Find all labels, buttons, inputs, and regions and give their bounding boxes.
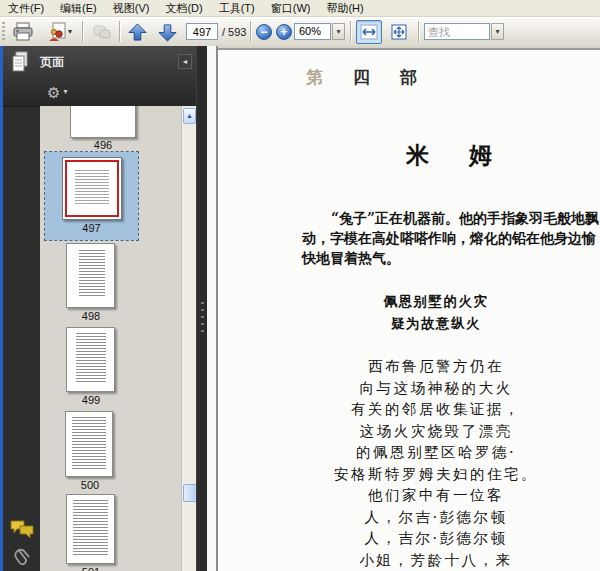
- thumbnail-text-lines: [76, 333, 106, 384]
- collaborate-document-icon: [48, 22, 66, 42]
- disabled-share-icon: [92, 23, 112, 41]
- send-collaborate-button[interactable]: ▾: [42, 20, 78, 44]
- news-line: 这场火灾烧毁了漂亮: [330, 421, 542, 443]
- zoom-dropdown-button[interactable]: ▾: [332, 23, 345, 40]
- thumbnail-page-label: 500: [57, 479, 123, 491]
- chapter-title-char: 米: [406, 140, 429, 171]
- thumbnail-page-501[interactable]: 501: [66, 494, 132, 571]
- chapter-title: 米 姆: [406, 140, 492, 171]
- thumbnails-scrollbar[interactable]: ▲: [181, 106, 197, 571]
- toolbar-separator: [82, 21, 83, 42]
- menu-view[interactable]: 视图(V): [105, 0, 158, 16]
- news-line: 安格斯特罗姆夫妇的住宅。: [330, 464, 542, 486]
- page-top-edge: [218, 48, 600, 50]
- menu-window[interactable]: 窗口(W): [263, 0, 319, 16]
- newspaper-column: 佩恩别墅的火灾 疑为故意纵火 西布鲁厄警方仍在 向与这场神秘的大火 有关的邻居收…: [330, 290, 542, 571]
- zoom-in-button[interactable]: +: [276, 24, 292, 40]
- thumbnail-page-497-selected[interactable]: 497: [45, 152, 138, 240]
- thumbnail-text-lines: [79, 250, 105, 297]
- thumbnail-page-label: 498: [58, 310, 124, 322]
- next-page-button[interactable]: [154, 20, 181, 44]
- part-title: 第 四 部: [306, 66, 417, 89]
- pages-panel-title: 页面: [40, 54, 64, 71]
- zoom-out-button[interactable]: −: [256, 24, 272, 40]
- news-line: 的佩恩别墅区哈罗德·: [330, 442, 542, 464]
- thumbnail-page-498[interactable]: 498: [66, 243, 132, 325]
- paragraph-line: “兔子”正在机器前。他的手指象羽毛般地飘: [302, 208, 600, 228]
- part-title-char: 第: [306, 66, 323, 89]
- thumbnail-page-499[interactable]: 499: [66, 327, 132, 409]
- paragraph-line: 动，字模在高处嗒嗒作响，熔化的铅在他身边愉: [302, 228, 600, 248]
- fit-page-button[interactable]: [386, 20, 412, 44]
- collapse-panel-button[interactable]: ◄: [178, 54, 192, 69]
- news-line: 有关的邻居收集证据，: [330, 399, 542, 421]
- news-line: 人，尔吉·彭德尔顿: [330, 507, 542, 529]
- arrow-down-icon: [158, 23, 177, 42]
- thumbnail-page-image: [66, 494, 115, 564]
- news-line: 他们家中有一位客: [330, 485, 542, 507]
- zoom-level-display[interactable]: 60%: [294, 23, 331, 40]
- part-title-char: 部: [400, 66, 417, 89]
- previous-page-button[interactable]: [124, 20, 151, 44]
- dropdown-caret-icon: ▾: [68, 28, 72, 36]
- thumbnail-text-lines: [73, 500, 108, 557]
- page-thumbnails-panel: 496 497 498 499 500: [40, 106, 181, 571]
- page-total-label: / 593: [222, 26, 246, 38]
- news-line: 西布鲁厄警方仍在: [330, 356, 542, 378]
- fit-width-button[interactable]: [356, 20, 382, 44]
- pages-panel-header-area: 页面 ◄ ⚙ ▾: [3, 46, 196, 107]
- news-headline-line: 疑为故意纵火: [330, 312, 542, 334]
- print-button[interactable]: [8, 20, 38, 44]
- page-number-input[interactable]: [186, 23, 218, 40]
- thumbnail-page-label: 496: [70, 139, 136, 151]
- find-dropdown-button[interactable]: ▾: [491, 23, 504, 40]
- thumbnail-page-500[interactable]: 500: [65, 411, 131, 493]
- body-paragraph: “兔子”正在机器前。他的手指象羽毛般地飘 动，字模在高处嗒嗒作响，熔化的铅在他身…: [302, 208, 600, 268]
- collapse-left-icon: ◄: [182, 58, 189, 65]
- options-button[interactable]: ⚙ ▾: [45, 82, 69, 102]
- comments-panel-button[interactable]: [7, 516, 37, 543]
- dropdown-caret-icon: ▾: [495, 27, 499, 36]
- fit-width-icon: [360, 24, 378, 40]
- find-input[interactable]: [424, 23, 490, 40]
- toolbar-grip: [2, 22, 5, 41]
- thumbnail-page-label: 499: [58, 394, 124, 406]
- menu-tools[interactable]: 工具(T): [211, 0, 263, 16]
- thumbnail-page-image: [70, 106, 136, 138]
- news-line: 向与这场神秘的大火: [330, 378, 542, 400]
- scroll-up-icon: ▲: [186, 112, 193, 119]
- fit-page-icon: [390, 24, 408, 40]
- toolbar-separator: [119, 21, 120, 42]
- thumbnail-page-image: [66, 327, 115, 392]
- pages-panel-header: 页面 ◄: [3, 46, 196, 78]
- thumbnail-page-image: [66, 243, 115, 308]
- attachments-panel-button[interactable]: [7, 544, 37, 571]
- menu-help[interactable]: 帮助(H): [318, 0, 371, 16]
- menu-file[interactable]: 文件(F): [0, 0, 52, 16]
- arrow-up-icon: [128, 23, 147, 42]
- toolbar-separator: [418, 21, 419, 42]
- thumbnail-page-label: 497: [45, 222, 138, 234]
- thumbnail-text-lines: [75, 170, 109, 205]
- dropdown-caret-icon: ▾: [336, 27, 340, 36]
- scrollbar-thumb[interactable]: [183, 484, 197, 502]
- thumbnail-page-496[interactable]: 496: [70, 106, 136, 154]
- thumbnail-page-image: [62, 157, 122, 220]
- thumbnail-text-lines: [72, 417, 106, 470]
- toolbar-separator: [250, 21, 251, 42]
- pages-icon: [10, 50, 30, 74]
- news-line: 小姐，芳龄十八，来: [330, 550, 542, 571]
- document-page: 第 四 部 米 姆 “兔子”正在机器前。他的手指象羽毛般地飘 动，字模在高处嗒嗒…: [218, 46, 600, 571]
- printer-icon: [12, 22, 34, 42]
- menu-edit[interactable]: 编辑(E): [52, 0, 105, 16]
- paperclip-icon: [13, 545, 31, 571]
- menu-document[interactable]: 文档(D): [157, 0, 210, 16]
- news-spacer: [330, 334, 542, 356]
- splitter-handle: [201, 302, 204, 332]
- pdf-reader-window: 文件(F) 编辑(E) 视图(V) 文档(D) 工具(T) 窗口(W) 帮助(H…: [0, 0, 600, 571]
- paragraph-line: 快地冒着热气。: [302, 248, 600, 268]
- comments-icon: [9, 518, 36, 541]
- scroll-up-button[interactable]: ▲: [183, 108, 196, 124]
- menu-bar: 文件(F) 编辑(E) 视图(V) 文档(D) 工具(T) 窗口(W) 帮助(H…: [0, 0, 600, 17]
- news-line: 人，吉尔·彭德尔顿: [330, 528, 542, 550]
